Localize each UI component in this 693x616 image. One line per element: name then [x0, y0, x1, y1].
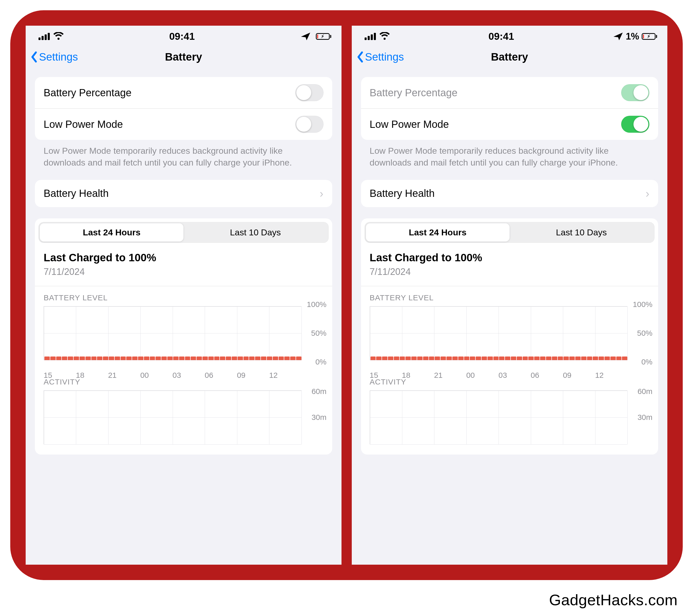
last-charged-date: 7/11/2024 [370, 264, 650, 285]
low-power-mode-switch[interactable] [621, 116, 649, 133]
wifi-icon [53, 32, 64, 41]
battery-percentage-row[interactable]: Battery Percentage [361, 77, 658, 108]
back-label: Settings [365, 51, 404, 63]
battery-level-chart: BATTERY LEVEL 100%50%0% 1518210003060912 [361, 286, 658, 370]
nav-bar: Settings Battery [26, 45, 341, 69]
battery-icon: ⚡︎ [316, 33, 331, 40]
back-button[interactable]: Settings [357, 51, 404, 63]
battery-icon: ⚡︎ [642, 33, 657, 40]
page-title: Battery [491, 51, 528, 63]
phone-screenshot: 09:41 1% ⚡︎ Settings Battery [352, 26, 668, 565]
chevron-left-icon [31, 51, 38, 63]
last-charged-date: 7/11/2024 [44, 264, 323, 285]
phone-screenshot: 09:41 ⚡︎ Settings Battery [26, 26, 341, 565]
battery-health-row[interactable]: Battery Health › [361, 180, 658, 207]
battery-percentage-row[interactable]: Battery Percentage [35, 77, 332, 108]
location-icon [613, 32, 623, 41]
chevron-right-icon: › [320, 187, 323, 200]
status-bar: 09:41 1% ⚡︎ [352, 26, 668, 45]
cell-signal-icon [364, 33, 376, 40]
status-battery-pct: 1% [626, 31, 639, 42]
battery-percentage-switch[interactable] [621, 84, 649, 101]
cell-signal-icon [39, 33, 50, 40]
activity-chart: ACTIVITY 60m30m [361, 370, 658, 455]
last-charged-title: Last Charged to 100% [44, 252, 323, 264]
activity-chart: ACTIVITY 60m30m [35, 370, 332, 455]
battery-level-chart: BATTERY LEVEL 100%50%0% 1518210003060912 [35, 286, 332, 370]
battery-health-group: Battery Health › [361, 180, 658, 207]
range-segmented-control[interactable]: Last 24 Hours Last 10 Days [364, 222, 655, 243]
battery-percentage-switch[interactable] [295, 84, 323, 101]
segment-10d[interactable]: Last 10 Days [510, 223, 653, 242]
location-icon [300, 32, 311, 41]
last-charged-title: Last Charged to 100% [370, 252, 650, 264]
low-power-mode-footer: Low Power Mode temporarily reduces backg… [35, 140, 332, 169]
low-power-mode-label: Low Power Mode [44, 119, 123, 130]
nav-bar: Settings Battery [352, 45, 668, 69]
battery-health-row[interactable]: Battery Health › [35, 180, 332, 207]
page-title: Battery [165, 51, 202, 63]
range-segmented-control[interactable]: Last 24 Hours Last 10 Days [39, 222, 329, 243]
battery-health-label: Battery Health [44, 188, 108, 199]
chevron-left-icon [357, 51, 364, 63]
segment-10d[interactable]: Last 10 Days [183, 223, 327, 242]
low-power-mode-label: Low Power Mode [370, 119, 449, 130]
low-power-mode-footer: Low Power Mode temporarily reduces backg… [361, 140, 658, 169]
back-button[interactable]: Settings [31, 51, 78, 63]
segment-24h[interactable]: Last 24 Hours [40, 223, 183, 242]
battery-health-group: Battery Health › [35, 180, 332, 207]
wifi-icon [379, 32, 390, 41]
back-label: Settings [39, 51, 78, 63]
low-power-mode-switch[interactable] [295, 116, 323, 133]
segment-24h[interactable]: Last 24 Hours [366, 223, 510, 242]
battery-percentage-label: Battery Percentage [370, 87, 457, 99]
chevron-right-icon: › [646, 187, 649, 200]
status-bar: 09:41 ⚡︎ [26, 26, 341, 45]
usage-group: Last 24 Hours Last 10 Days Last Charged … [35, 218, 332, 455]
status-time: 09:41 [169, 31, 195, 42]
battery-percentage-label: Battery Percentage [44, 87, 131, 99]
toggles-group: Battery Percentage Low Power Mode [361, 77, 658, 140]
usage-group: Last 24 Hours Last 10 Days Last Charged … [361, 218, 658, 455]
status-time: 09:41 [489, 31, 514, 42]
watermark: GadgetHacks.com [549, 591, 678, 609]
low-power-mode-row[interactable]: Low Power Mode [35, 108, 332, 140]
toggles-group: Battery Percentage Low Power Mode [35, 77, 332, 140]
comparison-frame: 09:41 ⚡︎ Settings Battery [10, 10, 683, 580]
low-power-mode-row[interactable]: Low Power Mode [361, 108, 658, 140]
battery-health-label: Battery Health [370, 188, 435, 199]
